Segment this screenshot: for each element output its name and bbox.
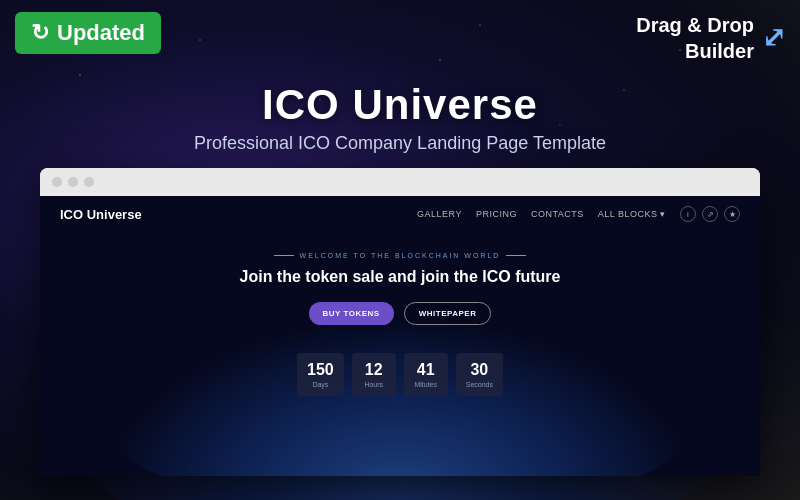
preview-eyebrow: WELCOME TO THE BLOCKCHAIN WORLD — [80, 252, 720, 259]
browser-dot-yellow — [68, 177, 78, 187]
sync-icon: ↻ — [31, 20, 49, 46]
nav-link-blocks[interactable]: ALL BLOCKS ▾ — [598, 209, 666, 219]
nav-link-pricing[interactable]: PRICING — [476, 209, 517, 219]
browser-dot-green — [84, 177, 94, 187]
browser-mockup: ICO Universe GALLERY PRICING CONTACTS AL… — [40, 168, 760, 476]
countdown-minutes-label: Mltutes — [414, 381, 438, 388]
preview-nav-links: GALLERY PRICING CONTACTS ALL BLOCKS ▾ i … — [417, 206, 740, 222]
countdown-hours: 12 Hours — [352, 353, 396, 396]
preview-headline: Join the token sale and join the ICO fut… — [180, 267, 620, 288]
countdown-hours-label: Hours — [362, 381, 386, 388]
countdown-seconds: 30 Seconds — [456, 353, 503, 396]
drag-drop-badge: Drag & Drop Builder ⤢ — [636, 12, 785, 64]
main-container: ↻ Updated Drag & Drop Builder ⤢ ICO Univ… — [0, 0, 800, 500]
main-title: ICO Universe — [194, 81, 606, 129]
nav-icon-share[interactable]: ⇗ — [702, 206, 718, 222]
arrows-icon: ⤢ — [762, 20, 785, 56]
buy-tokens-button[interactable]: BUY TOKENS — [309, 302, 394, 325]
whitepaper-button[interactable]: WHITEPAPER — [404, 302, 492, 325]
countdown-days-label: Days — [307, 381, 334, 388]
main-title-section: ICO Universe Professional ICO Company La… — [194, 81, 606, 154]
browser-bar — [40, 168, 760, 196]
preview-nav-icons: i ⇗ ★ — [680, 206, 740, 222]
nav-link-gallery[interactable]: GALLERY — [417, 209, 462, 219]
preview-countdown: 150 Days 12 Hours 41 Mltutes 30 Seconds — [40, 353, 760, 416]
preview-hero: WELCOME TO THE BLOCKCHAIN WORLD Join the… — [40, 232, 760, 353]
drag-drop-line2: Builder — [636, 38, 754, 64]
drag-drop-line1: Drag & Drop — [636, 12, 754, 38]
countdown-days: 150 Days — [297, 353, 344, 396]
countdown-seconds-number: 30 — [466, 361, 493, 379]
nav-icon-star[interactable]: ★ — [724, 206, 740, 222]
countdown-minutes: 41 Mltutes — [404, 353, 448, 396]
updated-badge: ↻ Updated — [15, 12, 161, 54]
preview-buttons: BUY TOKENS WHITEPAPER — [80, 302, 720, 325]
website-preview: ICO Universe GALLERY PRICING CONTACTS AL… — [40, 196, 760, 476]
sub-title: Professional ICO Company Landing Page Te… — [194, 133, 606, 154]
countdown-seconds-label: Seconds — [466, 381, 493, 388]
nav-icon-info[interactable]: i — [680, 206, 696, 222]
drag-drop-text: Drag & Drop Builder — [636, 12, 754, 64]
top-badges-row: ↻ Updated Drag & Drop Builder ⤢ — [0, 0, 800, 76]
preview-nav-logo: ICO Universe — [60, 207, 142, 222]
countdown-hours-number: 12 — [362, 361, 386, 379]
browser-dot-red — [52, 177, 62, 187]
updated-label: Updated — [57, 20, 145, 46]
countdown-days-number: 150 — [307, 361, 334, 379]
nav-link-contacts[interactable]: CONTACTS — [531, 209, 584, 219]
countdown-minutes-number: 41 — [414, 361, 438, 379]
preview-nav: ICO Universe GALLERY PRICING CONTACTS AL… — [40, 196, 760, 232]
